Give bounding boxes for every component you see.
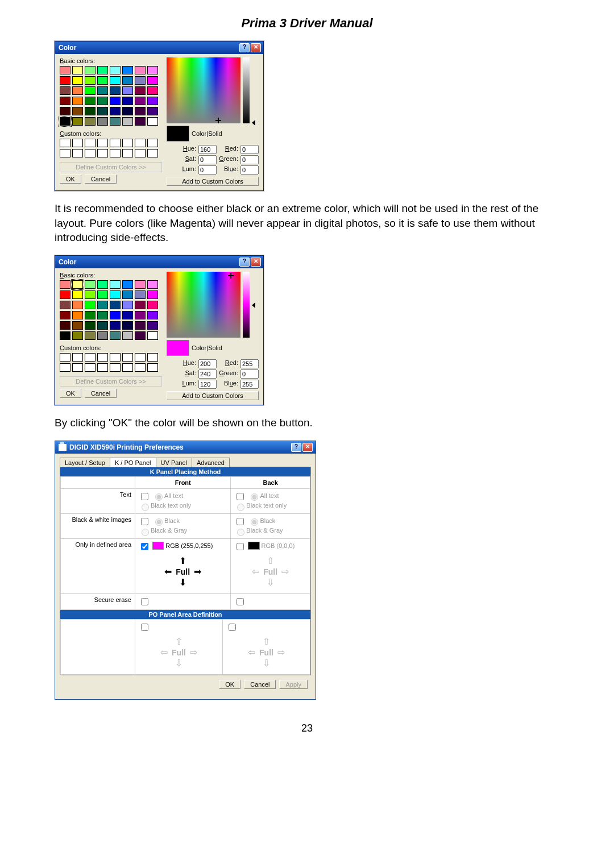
color-swatch[interactable]: [97, 117, 108, 126]
color-swatch[interactable]: [97, 301, 108, 309]
arrow-down-icon[interactable]: ⬇: [177, 578, 189, 587]
luminance-strip[interactable]: [243, 272, 250, 338]
secure-back-checkbox[interactable]: [237, 598, 244, 605]
color-swatch[interactable]: [85, 301, 96, 309]
secure-front-checkbox[interactable]: [141, 598, 148, 605]
color-swatch[interactable]: [147, 301, 158, 309]
bw-back-checkbox[interactable]: [237, 518, 244, 525]
color-swatch[interactable]: [72, 321, 83, 330]
color-swatch[interactable]: [97, 86, 108, 95]
spectrum-crosshair[interactable]: [228, 273, 234, 279]
color-swatch[interactable]: [60, 331, 70, 340]
custom-color-slot[interactable]: [135, 363, 146, 372]
color-swatch[interactable]: [147, 86, 158, 95]
color-swatch[interactable]: [122, 331, 133, 340]
color-swatch[interactable]: [135, 290, 146, 299]
color-swatch[interactable]: [110, 280, 121, 289]
color-swatch[interactable]: [60, 76, 70, 85]
color-swatch[interactable]: [110, 86, 121, 95]
color-swatch[interactable]: [110, 76, 121, 85]
color-swatch[interactable]: [72, 290, 83, 299]
custom-color-slot[interactable]: [60, 139, 70, 147]
close-button[interactable]: ✕: [302, 443, 313, 452]
custom-color-slot[interactable]: [72, 139, 83, 147]
custom-color-slot[interactable]: [110, 149, 121, 157]
color-swatch[interactable]: [97, 76, 108, 85]
color-swatch[interactable]: [110, 97, 121, 105]
custom-color-slot[interactable]: [122, 353, 133, 362]
color-swatch[interactable]: [85, 290, 96, 299]
close-button[interactable]: ✕: [251, 258, 261, 267]
color-swatch[interactable]: [72, 66, 83, 74]
custom-color-slot[interactable]: [135, 353, 146, 362]
color-swatch[interactable]: [147, 331, 158, 340]
area-front-color-button[interactable]: [152, 542, 164, 550]
color-swatch[interactable]: [72, 280, 83, 289]
color-swatch[interactable]: [85, 76, 96, 85]
color-swatch[interactable]: [97, 290, 108, 299]
green-input[interactable]: [240, 369, 259, 379]
color-swatch[interactable]: [135, 117, 146, 126]
color-swatch[interactable]: [110, 311, 121, 319]
luminance-arrow[interactable]: [252, 120, 255, 126]
custom-color-slot[interactable]: [135, 149, 146, 157]
color-swatch[interactable]: [97, 280, 108, 289]
area-front-arrow-pad[interactable]: ⬆ ⬅ Full ➡ ⬇: [139, 552, 227, 591]
custom-colors-grid[interactable]: [60, 353, 162, 372]
color-swatch[interactable]: [147, 76, 158, 85]
color-swatch[interactable]: [97, 311, 108, 319]
luminance-strip[interactable]: [243, 57, 250, 123]
custom-color-slot[interactable]: [135, 139, 146, 147]
color-swatch[interactable]: [135, 97, 146, 105]
color-swatch[interactable]: [110, 321, 121, 330]
help-button[interactable]: ?: [239, 258, 250, 267]
color-swatch[interactable]: [97, 331, 108, 340]
custom-color-slot[interactable]: [122, 363, 133, 372]
tab-uv-panel[interactable]: UV Panel: [156, 458, 192, 467]
basic-colors-grid[interactable]: [60, 66, 162, 126]
lum-input[interactable]: [198, 165, 217, 175]
custom-color-slot[interactable]: [85, 363, 96, 372]
text-front-checkbox[interactable]: [141, 493, 148, 500]
color-swatch[interactable]: [60, 107, 70, 115]
custom-colors-grid[interactable]: [60, 139, 162, 157]
color-swatch[interactable]: [135, 301, 146, 309]
custom-color-slot[interactable]: [72, 353, 83, 362]
ok-button[interactable]: OK: [60, 389, 81, 398]
color-swatch[interactable]: [72, 86, 83, 95]
color-swatch[interactable]: [147, 117, 158, 126]
color-swatch[interactable]: [85, 97, 96, 105]
custom-color-slot[interactable]: [97, 363, 108, 372]
custom-color-slot[interactable]: [122, 149, 133, 157]
add-to-custom-button[interactable]: Add to Custom Colors: [167, 177, 259, 186]
custom-color-slot[interactable]: [85, 139, 96, 147]
color-swatch[interactable]: [147, 290, 158, 299]
color-swatch[interactable]: [85, 107, 96, 115]
basic-colors-grid[interactable]: [60, 280, 162, 340]
color-swatch[interactable]: [135, 311, 146, 319]
color-swatch[interactable]: [122, 290, 133, 299]
cancel-button[interactable]: Cancel: [244, 680, 276, 689]
po-front-checkbox[interactable]: [141, 624, 148, 631]
color-swatch[interactable]: [60, 301, 70, 309]
color-swatch[interactable]: [135, 331, 146, 340]
color-swatch[interactable]: [110, 290, 121, 299]
lum-input[interactable]: [198, 380, 217, 389]
add-to-custom-button[interactable]: Add to Custom Colors: [167, 391, 259, 400]
custom-color-slot[interactable]: [110, 139, 121, 147]
area-back-color-button[interactable]: [248, 542, 259, 550]
custom-color-slot[interactable]: [60, 149, 70, 157]
color-swatch[interactable]: [147, 280, 158, 289]
color-swatch[interactable]: [72, 97, 83, 105]
color-swatch[interactable]: [122, 66, 133, 74]
color-swatch[interactable]: [110, 107, 121, 115]
color-swatch[interactable]: [85, 117, 96, 126]
area-back-checkbox[interactable]: [237, 543, 244, 550]
cancel-button[interactable]: Cancel: [85, 389, 117, 398]
bw-front-checkbox[interactable]: [141, 518, 148, 525]
color-swatch[interactable]: [122, 321, 133, 330]
color-swatch[interactable]: [147, 97, 158, 105]
color-swatch[interactable]: [122, 280, 133, 289]
color-swatch[interactable]: [72, 107, 83, 115]
color-swatch[interactable]: [85, 321, 96, 330]
